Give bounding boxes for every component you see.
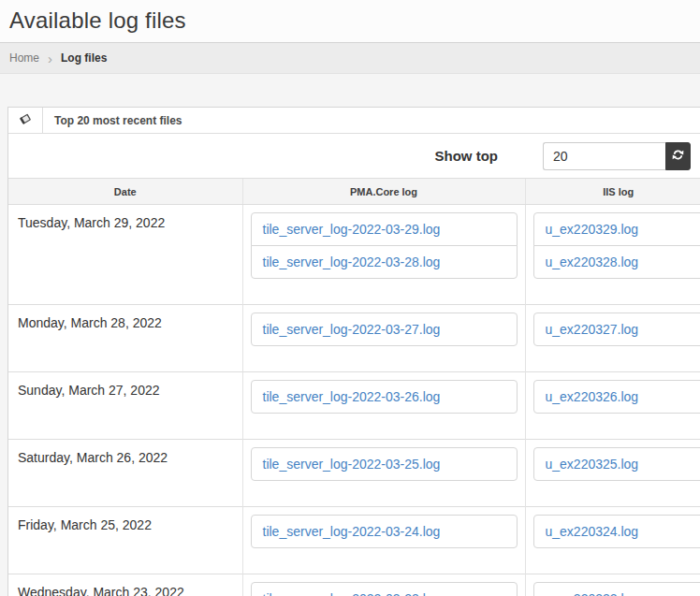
log-file-link[interactable]: tile_server_log-2022-03-28.log bbox=[251, 245, 518, 279]
log-files-table: Date PMA.Core log IIS log Tuesday, March… bbox=[8, 178, 700, 596]
pma-core-cell: tile_server_log-2022-03-25.log bbox=[242, 440, 525, 507]
date-cell: Monday, March 28, 2022 bbox=[8, 305, 242, 372]
row-date: Monday, March 28, 2022 bbox=[16, 313, 235, 331]
table-row: Friday, March 25, 2022 tile_server_log-2… bbox=[8, 507, 700, 574]
row-date: Sunday, March 27, 2022 bbox=[16, 380, 235, 399]
column-header-pma-core-log: PMA.Core log bbox=[242, 179, 525, 205]
date-cell: Saturday, March 26, 2022 bbox=[8, 440, 242, 507]
page-header: Available log files bbox=[0, 0, 700, 43]
column-header-iis-log: IIS log bbox=[525, 179, 700, 205]
iis-cell: u_ex220324.log bbox=[525, 507, 700, 574]
log-file-link[interactable]: u_ex220327.log bbox=[533, 313, 700, 346]
iis-cell: u_ex220322.log bbox=[525, 574, 700, 596]
show-top-form: Show top bbox=[8, 134, 700, 178]
log-file-link[interactable]: u_ex220325.log bbox=[533, 447, 700, 481]
pma-core-cell: tile_server_log-2022-03-23.log bbox=[242, 574, 525, 596]
table-row: Tuesday, March 29, 2022 tile_server_log-… bbox=[8, 205, 700, 305]
refresh-icon bbox=[672, 149, 684, 164]
panel-heading-title: Top 20 most recent files bbox=[43, 108, 182, 133]
table-row: Monday, March 28, 2022 tile_server_log-2… bbox=[8, 305, 700, 372]
show-top-input[interactable] bbox=[543, 142, 665, 170]
table-row: Sunday, March 27, 2022 tile_server_log-2… bbox=[8, 372, 700, 440]
log-file-link[interactable]: u_ex220329.log bbox=[533, 212, 700, 246]
log-file-link[interactable]: tile_server_log-2022-03-27.log bbox=[251, 313, 518, 346]
breadcrumb-link-home[interactable]: Home bbox=[9, 51, 39, 65]
log-file-link[interactable]: u_ex220322.log bbox=[533, 582, 700, 596]
pma-core-cell: tile_server_log-2022-03-24.log bbox=[242, 507, 525, 574]
pma-core-cell: tile_server_log-2022-03-29.logtile_serve… bbox=[242, 205, 525, 305]
log-file-link[interactable]: u_ex220326.log bbox=[533, 380, 700, 414]
pma-core-cell: tile_server_log-2022-03-27.log bbox=[242, 305, 525, 372]
date-cell: Tuesday, March 29, 2022 bbox=[8, 205, 242, 305]
iis-cell: u_ex220326.log bbox=[525, 372, 700, 440]
refresh-button[interactable] bbox=[665, 142, 691, 170]
breadcrumb-current: Log files bbox=[61, 51, 107, 65]
column-header-date: Date bbox=[8, 179, 242, 205]
row-date: Friday, March 25, 2022 bbox=[16, 515, 235, 533]
log-table-body: Tuesday, March 29, 2022 tile_server_log-… bbox=[8, 205, 700, 596]
row-date: Saturday, March 26, 2022 bbox=[16, 447, 235, 466]
show-top-label: Show top bbox=[435, 148, 499, 164]
log-files-panel: Top 20 most recent files Show top bbox=[7, 107, 700, 596]
log-book-icon bbox=[19, 112, 32, 129]
log-file-link[interactable]: tile_server_log-2022-03-25.log bbox=[251, 447, 518, 481]
iis-cell: u_ex220329.logu_ex220328.log bbox=[525, 205, 700, 305]
log-file-link[interactable]: tile_server_log-2022-03-26.log bbox=[251, 380, 518, 414]
table-row: Saturday, March 26, 2022 tile_server_log… bbox=[8, 440, 700, 507]
chevron-right-icon: › bbox=[48, 51, 52, 65]
row-date: Tuesday, March 29, 2022 bbox=[16, 212, 235, 231]
log-file-link[interactable]: tile_server_log-2022-03-29.log bbox=[251, 212, 518, 246]
log-file-link[interactable]: tile_server_log-2022-03-24.log bbox=[251, 515, 518, 548]
pma-core-cell: tile_server_log-2022-03-26.log bbox=[242, 372, 525, 440]
log-file-link[interactable]: tile_server_log-2022-03-23.log bbox=[251, 582, 518, 596]
log-file-link[interactable]: u_ex220328.log bbox=[533, 245, 700, 279]
log-file-link[interactable]: u_ex220324.log bbox=[533, 515, 700, 548]
page-title: Available log files bbox=[9, 7, 691, 34]
table-header-row: Date PMA.Core log IIS log bbox=[8, 179, 700, 205]
table-row: Wednesday, March 23, 2022 tile_server_lo… bbox=[8, 574, 700, 596]
iis-cell: u_ex220327.log bbox=[525, 305, 700, 372]
panel-heading: Top 20 most recent files bbox=[8, 108, 700, 134]
date-cell: Wednesday, March 23, 2022 bbox=[8, 574, 242, 596]
iis-cell: u_ex220325.log bbox=[525, 440, 700, 507]
row-date: Wednesday, March 23, 2022 bbox=[16, 582, 235, 596]
date-cell: Friday, March 25, 2022 bbox=[8, 507, 242, 574]
page-background bbox=[0, 74, 700, 107]
breadcrumb: Home › Log files bbox=[0, 43, 700, 74]
date-cell: Sunday, March 27, 2022 bbox=[8, 372, 242, 440]
panel-icon-cell bbox=[8, 108, 43, 133]
